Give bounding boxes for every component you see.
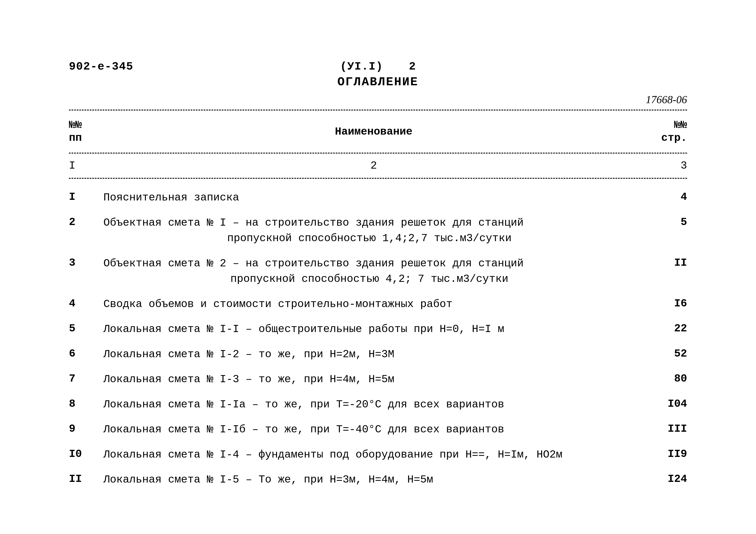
row-num: I0	[69, 447, 103, 460]
row-page: 80	[644, 372, 687, 385]
table-row: 3Объектная смета № 2 – на строительство …	[69, 251, 687, 292]
col-name-header: Наименование	[103, 126, 644, 138]
row-page: 52	[644, 347, 687, 360]
col-page-header: №№ стр.	[644, 119, 687, 144]
doc-number: 17668-06	[646, 93, 687, 106]
table-row: IПояснительная записка4	[69, 185, 687, 210]
row-num: 4	[69, 296, 103, 310]
table-row: 7Локальная смета № I-3 – то же, при Н=4м…	[69, 367, 687, 392]
row-text: Локальная смета № I-2 – то же, при Н=2м,…	[103, 347, 644, 362]
row-num: 2	[69, 215, 103, 228]
col-num-header: №№ пп	[69, 119, 103, 144]
table-row: I0Локальная смета № I-4 – фундаменты под…	[69, 442, 687, 468]
index-row: I 2 3	[69, 157, 687, 174]
table: №№ пп Наименование №№ стр. I 2 3 IПоясни…	[69, 114, 687, 493]
row-num: 7	[69, 372, 103, 385]
row-num: 3	[69, 256, 103, 269]
row-text: Объектная смета № I – на строительство з…	[103, 215, 644, 246]
row-text: Локальная смета № I-4 – фундаменты под о…	[103, 447, 644, 463]
row-page: I24	[644, 472, 687, 485]
table-row: 6Локальная смета № I-2 – то же, при Н=2м…	[69, 342, 687, 367]
table-row: IIЛокальная смета № I-5 – То же, при Н=3…	[69, 467, 687, 493]
row-page: II9	[644, 447, 687, 460]
doc-code: 902-е-345	[69, 60, 133, 73]
table-row: 4Сводка объемов и стоимости строительно-…	[69, 292, 687, 317]
header: 902-е-345 (УI.I) 2 ОГЛАВЛЕНИЕ	[69, 60, 687, 89]
row-text: Объектная смета № 2 – на строительство з…	[103, 256, 644, 287]
dashed-line-2	[69, 153, 687, 154]
table-row: 5Локальная смета № I-I – общестроительны…	[69, 317, 687, 342]
table-row: 2Объектная смета № I – на строительство …	[69, 210, 687, 251]
row-text: Сводка объемов и стоимости строительно-м…	[103, 296, 644, 312]
page: 902-е-345 (УI.I) 2 ОГЛАВЛЕНИЕ 17668-06 №…	[0, 0, 756, 534]
idx-page: 3	[644, 160, 687, 172]
row-text: Локальная смета № I-Iа – то же, при Т=-2…	[103, 397, 644, 413]
row-num: 5	[69, 321, 103, 335]
row-text: Пояснительная записка	[103, 190, 644, 206]
row-page: I6	[644, 296, 687, 310]
row-page: 4	[644, 190, 687, 203]
row-num: 8	[69, 397, 103, 410]
subtitle: (УI.I)	[340, 60, 383, 73]
content-rows: IПояснительная записка42Объектная смета …	[69, 185, 687, 493]
title: ОГЛАВЛЕНИЕ	[338, 75, 418, 89]
row-page: I04	[644, 397, 687, 410]
page-num: 2	[409, 60, 416, 73]
header-center: (УI.I) 2 ОГЛАВЛЕНИЕ	[146, 60, 609, 89]
row-text: Локальная смета № I-Iб – то же, при Т=-4…	[103, 422, 644, 438]
row-page: 5	[644, 215, 687, 228]
row-num: 6	[69, 347, 103, 360]
col-header-row: №№ пп Наименование №№ стр.	[69, 114, 687, 149]
row-text: Локальная смета № I-I – общестроительные…	[103, 321, 644, 337]
idx-num: I	[69, 160, 103, 172]
table-row: 9Локальная смета № I-Iб – то же, при Т=-…	[69, 417, 687, 442]
row-page: III	[644, 422, 687, 435]
row-num: I	[69, 190, 103, 203]
idx-center: 2	[103, 160, 644, 172]
dashed-line-3	[69, 178, 687, 179]
row-page: 22	[644, 321, 687, 335]
dashed-line-top	[69, 110, 687, 111]
row-text: Локальная смета № I-3 – то же, при Н=4м,…	[103, 372, 644, 387]
row-text: Локальная смета № I-5 – То же, при Н=3м,…	[103, 472, 644, 488]
row-num: II	[69, 472, 103, 485]
row-page: II	[644, 256, 687, 269]
row-num: 9	[69, 422, 103, 435]
table-row: 8Локальная смета № I-Iа – то же, при Т=-…	[69, 392, 687, 417]
